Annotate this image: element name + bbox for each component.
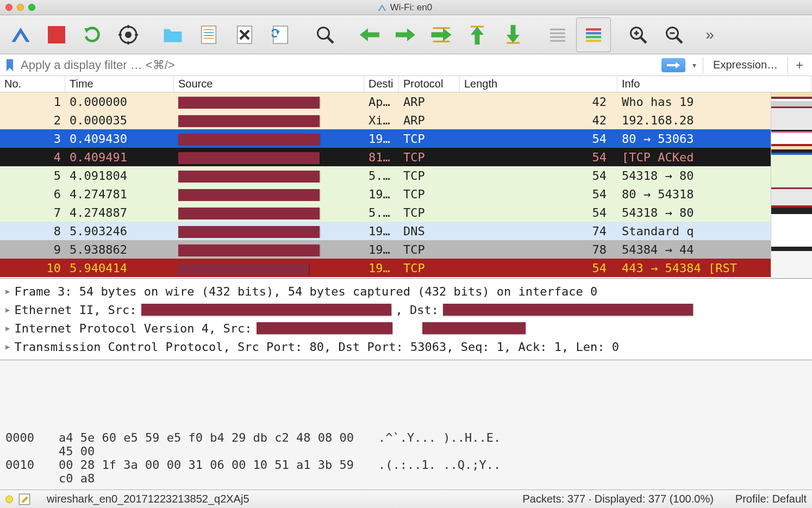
- display-filter-input[interactable]: [18, 57, 659, 74]
- minimize-window-button[interactable]: [17, 4, 24, 11]
- stop-capture-button[interactable]: [39, 17, 74, 52]
- svg-point-2: [125, 32, 132, 38]
- svg-line-17: [328, 37, 334, 43]
- packet-row[interactable]: 85.90324619…DNS74Standard q: [0, 222, 812, 240]
- svg-line-36: [677, 37, 683, 43]
- packet-list-header: No. Time Source Desti Protocol Length In…: [0, 76, 812, 92]
- packet-row[interactable]: 105.94041419…TCP54443 → 54384 [RST: [0, 259, 812, 277]
- col-info[interactable]: Info: [617, 76, 812, 92]
- window-controls: [5, 4, 35, 11]
- packet-row[interactable]: 30.40943019…TCP5480 → 53063: [0, 129, 812, 148]
- wireshark-icon: [377, 3, 387, 12]
- toolbar-overflow-button[interactable]: »: [692, 17, 727, 52]
- expert-info-button[interactable]: [5, 496, 13, 503]
- detail-ethernet[interactable]: ▶Ethernet II, Src: , Dst:: [5, 300, 807, 319]
- edit-capture-comment-icon[interactable]: [18, 493, 30, 505]
- close-window-button[interactable]: [5, 4, 13, 11]
- zoom-out-button[interactable]: [657, 17, 691, 52]
- find-packet-button[interactable]: [308, 17, 342, 52]
- save-file-button[interactable]: [191, 17, 226, 52]
- go-to-packet-button[interactable]: [424, 17, 459, 52]
- window-title: Wi-Fi: en0: [35, 2, 774, 13]
- packet-row[interactable]: 10.000000Ap…ARP42Who has 19: [0, 92, 812, 111]
- filter-bookmark-button[interactable]: [3, 58, 16, 73]
- display-filter-bar: ▾ Expression… +: [0, 54, 812, 76]
- zoom-in-button[interactable]: [621, 17, 655, 52]
- packet-count-label: Packets: 377 · Displayed: 377 (100.0%): [523, 493, 714, 505]
- col-length[interactable]: Length: [460, 76, 617, 92]
- expand-icon[interactable]: ▶: [5, 324, 10, 333]
- detail-ip[interactable]: ▶Internet Protocol Version 4, Src:: [5, 319, 807, 337]
- packet-details-pane[interactable]: ▶Frame 3: 54 bytes on wire (432 bits), 5…: [0, 278, 812, 360]
- packet-row[interactable]: 74.2748875.…TCP5454318 → 80: [0, 203, 812, 222]
- hex-row[interactable]: 001000 28 1f 3a 00 00 31 06 00 10 51 a1 …: [5, 458, 807, 485]
- main-toolbar: »: [0, 15, 812, 54]
- col-protocol[interactable]: Protocol: [399, 76, 460, 92]
- restart-capture-button[interactable]: [75, 17, 110, 52]
- status-bar: wireshark_en0_20171223213852_q2XAj5 Pack…: [0, 490, 812, 508]
- go-last-button[interactable]: [496, 17, 530, 52]
- svg-rect-15: [273, 26, 288, 43]
- packet-row[interactable]: 64.27478119…TCP5480 → 54318: [0, 185, 812, 203]
- col-no[interactable]: No.: [0, 76, 65, 92]
- open-file-button[interactable]: [155, 17, 190, 52]
- svg-point-16: [318, 27, 329, 39]
- go-forward-button[interactable]: [388, 17, 423, 52]
- filter-history-dropdown[interactable]: ▾: [688, 58, 701, 72]
- svg-rect-0: [48, 26, 65, 43]
- col-time[interactable]: Time: [65, 76, 174, 92]
- auto-scroll-button[interactable]: [540, 17, 575, 52]
- start-capture-button[interactable]: [3, 17, 38, 52]
- add-filter-button[interactable]: +: [790, 58, 809, 73]
- reload-file-button[interactable]: [263, 17, 298, 52]
- zoom-window-button[interactable]: [28, 4, 35, 11]
- apply-filter-button[interactable]: [661, 58, 685, 72]
- packet-row[interactable]: 95.93886219…TCP7854384 → 44: [0, 240, 812, 259]
- hex-row[interactable]: 0000a4 5e 60 e5 59 e5 f0 b4 29 db c2 48 …: [5, 431, 807, 458]
- packet-row[interactable]: 20.000035Xi…ARP42192.168.28: [0, 111, 812, 129]
- expand-icon[interactable]: ▶: [5, 342, 10, 351]
- svg-rect-7: [202, 26, 216, 43]
- profile-label[interactable]: Profile: Default: [735, 493, 807, 505]
- expression-button[interactable]: Expression…: [705, 59, 785, 71]
- go-back-button[interactable]: [352, 17, 387, 52]
- go-first-button[interactable]: [460, 17, 495, 52]
- col-source[interactable]: Source: [174, 76, 364, 92]
- capture-options-button[interactable]: [111, 17, 146, 52]
- col-dest[interactable]: Desti: [364, 76, 399, 92]
- expand-icon[interactable]: ▶: [5, 305, 10, 314]
- expand-icon[interactable]: ▶: [5, 287, 10, 296]
- detail-frame[interactable]: ▶Frame 3: 54 bytes on wire (432 bits), 5…: [5, 282, 807, 300]
- intelligent-scrollbar[interactable]: [771, 92, 812, 278]
- titlebar: Wi-Fi: en0: [0, 0, 812, 15]
- packet-row[interactable]: 40.40949181…TCP54[TCP ACKed: [0, 148, 812, 166]
- svg-line-32: [641, 37, 647, 43]
- detail-tcp[interactable]: ▶Transmission Control Protocol, Src Port…: [5, 337, 807, 356]
- packet-row[interactable]: 54.0918045.…TCP5454318 → 80: [0, 166, 812, 185]
- packet-bytes-pane[interactable]: 0000a4 5e 60 e5 59 e5 f0 b4 29 db c2 48 …: [0, 360, 812, 490]
- capture-file-label: wireshark_en0_20171223213852_q2XAj5: [47, 493, 523, 505]
- close-file-button[interactable]: [227, 17, 262, 52]
- packet-list-pane[interactable]: 10.000000Ap…ARP42Who has 1920.000035Xi…A…: [0, 92, 812, 278]
- colorize-button[interactable]: [576, 17, 611, 52]
